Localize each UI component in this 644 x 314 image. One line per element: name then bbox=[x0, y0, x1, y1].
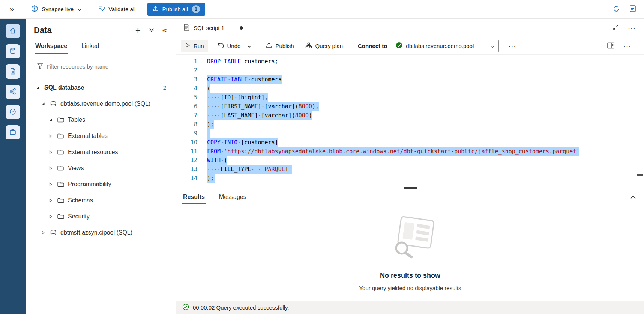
nav-home-button[interactable] bbox=[6, 24, 20, 38]
code-line-1[interactable]: 1DROP TABLE customers; bbox=[176, 57, 644, 66]
toolbar-more-button[interactable]: ··· bbox=[504, 40, 520, 52]
line-number[interactable]: 13 bbox=[176, 165, 197, 174]
code-line-2[interactable]: 2 bbox=[176, 66, 644, 75]
line-number[interactable]: 2 bbox=[176, 66, 197, 75]
filter-input[interactable] bbox=[47, 63, 165, 70]
chevron-down-icon bbox=[491, 43, 495, 49]
line-number[interactable]: 12 bbox=[176, 156, 197, 165]
refresh-button[interactable] bbox=[613, 5, 620, 13]
line-number[interactable]: 4 bbox=[176, 84, 197, 93]
nav-integrate-button[interactable] bbox=[6, 85, 20, 99]
tree-item-sql-database[interactable]: SQL database2 bbox=[26, 79, 176, 96]
tab-results[interactable]: Results bbox=[182, 188, 206, 206]
collapse-panel-button[interactable]: « bbox=[162, 26, 167, 34]
nav-develop-button[interactable] bbox=[6, 64, 20, 79]
top-bar: » Synapse live Validate all Publish all … bbox=[0, 0, 644, 19]
line-number[interactable]: 7 bbox=[176, 111, 197, 120]
line-number[interactable]: 14 bbox=[176, 174, 197, 183]
tree-item-external-resources[interactable]: External resources bbox=[26, 144, 176, 160]
code-line-12[interactable]: 12WITH·( bbox=[176, 156, 644, 165]
line-number[interactable]: 8 bbox=[176, 120, 197, 129]
properties-panel-icon bbox=[607, 42, 614, 50]
add-resource-button[interactable]: + bbox=[135, 26, 141, 35]
tab-messages[interactable]: Messages bbox=[218, 188, 247, 206]
tree-item-dbtlabs-revenue-demo-pool-sql[interactable]: dbtlabs.revenue.demo.pool (SQL) bbox=[26, 96, 176, 112]
tree-item-tables[interactable]: Tables bbox=[26, 112, 176, 128]
expander-collapsed-icon[interactable] bbox=[47, 199, 54, 202]
tab-workspace[interactable]: Workspace bbox=[35, 38, 68, 54]
release-notes-button[interactable] bbox=[630, 5, 636, 13]
code-line-8[interactable]: 8); bbox=[176, 120, 644, 129]
undo-button[interactable]: Undo bbox=[213, 40, 245, 52]
line-number[interactable]: 1 bbox=[176, 57, 197, 66]
publish-all-button[interactable]: Publish all 1 bbox=[147, 3, 205, 16]
query-plan-button[interactable]: Query plan bbox=[301, 40, 347, 52]
code-line-14[interactable]: 14); bbox=[176, 174, 644, 183]
tab-linked[interactable]: Linked bbox=[81, 38, 100, 54]
expander-collapsed-icon[interactable] bbox=[40, 231, 47, 235]
editor-more-button[interactable]: ··· bbox=[628, 25, 636, 31]
line-number[interactable]: 10 bbox=[176, 138, 197, 147]
tree-item-views[interactable]: Views bbox=[26, 160, 176, 176]
publish-button[interactable]: Publish bbox=[262, 40, 298, 52]
code-line-13[interactable]: 13····FILE_TYPE·=·'PARQUET' bbox=[176, 165, 644, 174]
nav-monitor-button[interactable] bbox=[6, 105, 20, 119]
expand-editor-button[interactable] bbox=[613, 24, 619, 31]
toolbar-divider bbox=[258, 42, 258, 51]
code-line-10[interactable]: 10COPY·INTO·[customers] bbox=[176, 138, 644, 147]
code-line-3[interactable]: 3CREATE·TABLE·customers bbox=[176, 75, 644, 84]
collapse-results-button[interactable] bbox=[630, 194, 636, 200]
run-button[interactable]: Run bbox=[181, 40, 208, 52]
code-line-11[interactable]: 11FROM·'https://dbtlabsynapsedatalake.bl… bbox=[176, 147, 644, 156]
synapse-live-icon bbox=[31, 5, 38, 13]
data-panel-header: Data + « bbox=[26, 19, 176, 37]
undo-label: Undo bbox=[227, 43, 241, 49]
panel-splitter[interactable] bbox=[176, 184, 644, 188]
code-line-5[interactable]: 5····[ID]·[bigint], bbox=[176, 93, 644, 102]
code-line-content: ····[FIRST_NAME]·[varchar](8000), bbox=[207, 102, 319, 111]
code-line-7[interactable]: 7····[LAST_NAME]·[varchar](8000) bbox=[176, 111, 644, 120]
data-panel-title: Data bbox=[34, 25, 52, 35]
expander-collapsed-icon[interactable] bbox=[47, 150, 54, 154]
sql-code-editor[interactable]: 1DROP TABLE customers;23CREATE·TABLE·cus… bbox=[176, 55, 644, 184]
tree-item-external-tables[interactable]: External tables bbox=[26, 128, 176, 144]
undo-dropdown-button[interactable] bbox=[245, 40, 254, 52]
editor-tab-label: SQL script 1 bbox=[194, 25, 224, 31]
line-number[interactable]: 6 bbox=[176, 102, 197, 111]
nav-data-button[interactable] bbox=[6, 44, 20, 58]
collapse-all-button[interactable] bbox=[149, 27, 154, 34]
expand-rail-button[interactable]: » bbox=[10, 5, 14, 13]
double-chevron-right-icon: » bbox=[10, 5, 14, 13]
code-line-4[interactable]: 4( bbox=[176, 84, 644, 93]
code-line-9[interactable]: 9 bbox=[176, 129, 644, 138]
expander-collapsed-icon[interactable] bbox=[47, 134, 54, 138]
code-line-content: WITH·( bbox=[207, 156, 227, 165]
expander-expanded-icon[interactable] bbox=[40, 102, 47, 106]
expander-collapsed-icon[interactable] bbox=[47, 166, 54, 170]
tree-item-dbtmsft-azsyn-cipool-sql[interactable]: dbtmsft.azsyn.cipool (SQL) bbox=[26, 224, 176, 241]
panel-more-button[interactable]: ··· bbox=[623, 43, 631, 49]
splitter-handle[interactable] bbox=[404, 187, 417, 189]
resource-tree: SQL database2dbtlabs.revenue.demo.pool (… bbox=[26, 77, 176, 314]
line-number[interactable]: 5 bbox=[176, 93, 197, 102]
folder-icon bbox=[57, 133, 64, 139]
code-line-6[interactable]: 6····[FIRST_NAME]·[varchar](8000), bbox=[176, 102, 644, 111]
line-number[interactable]: 3 bbox=[176, 75, 197, 84]
tree-item-security[interactable]: Security bbox=[26, 208, 176, 224]
expander-expanded-icon[interactable] bbox=[47, 118, 54, 122]
tree-item-schemas[interactable]: Schemas bbox=[26, 192, 176, 208]
line-number[interactable]: 9 bbox=[176, 129, 197, 138]
synapse-live-selector[interactable]: Synapse live bbox=[28, 0, 85, 18]
chevron-down-icon bbox=[247, 43, 251, 49]
left-nav-rail bbox=[0, 19, 26, 314]
tab-sql-script-1[interactable]: SQL script 1 bbox=[176, 19, 251, 37]
connect-to-pool-dropdown[interactable]: dbtlabs.revenue.demo.pool bbox=[392, 40, 499, 52]
expander-collapsed-icon[interactable] bbox=[47, 182, 54, 186]
tree-item-programmability[interactable]: Programmability bbox=[26, 176, 176, 192]
line-number[interactable]: 11 bbox=[176, 147, 197, 156]
nav-manage-button[interactable] bbox=[6, 125, 20, 139]
properties-panel-button[interactable] bbox=[607, 42, 614, 50]
expander-expanded-icon[interactable] bbox=[35, 86, 41, 90]
validate-all-button[interactable]: Validate all bbox=[98, 6, 135, 13]
expander-collapsed-icon[interactable] bbox=[47, 215, 54, 218]
